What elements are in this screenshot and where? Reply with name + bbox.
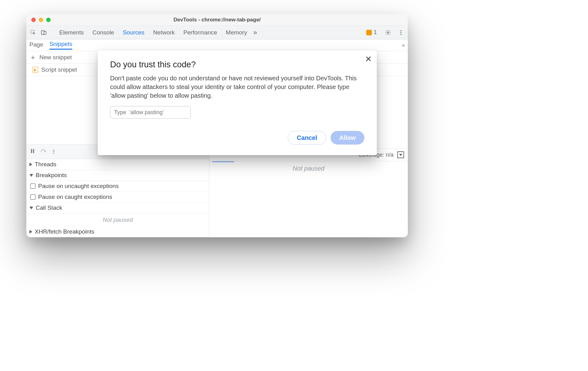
scope-not-paused-label: Not paused (293, 165, 324, 237)
devtools-main-toolbar: Elements Console Sources Network Perform… (26, 26, 408, 39)
trust-code-dialog: ✕ Do you trust this code? Don't paste co… (98, 51, 377, 155)
debugger-panel: Threads Breakpoints Pause on uncaught ex… (26, 159, 209, 237)
window-minimize-button[interactable] (39, 18, 43, 22)
pane-active-indicator (212, 161, 234, 162)
section-xhr-breakpoints[interactable]: XHR/fetch Breakpoints (26, 226, 209, 237)
snippet-file-label: Script snippet (41, 66, 77, 73)
bp-caught-label: Pause on caught exceptions (38, 194, 112, 200)
inspect-element-icon[interactable] (29, 28, 38, 37)
bp-uncaught-label: Pause on uncaught exceptions (38, 183, 119, 190)
svg-point-6 (400, 34, 401, 35)
section-callstack[interactable]: Call Stack (26, 203, 209, 213)
issues-counter[interactable]: 1 (366, 29, 377, 36)
svg-point-10 (53, 153, 54, 154)
checkbox-caught[interactable] (30, 194, 36, 200)
new-snippet-label: New snippet (39, 54, 72, 61)
sources-navigator-tabs: Page Snippets » (26, 39, 408, 51)
triangle-right-icon (29, 163, 32, 166)
svg-point-5 (400, 32, 401, 33)
section-threads[interactable]: Threads (26, 159, 209, 170)
sources-tabs-overflow-icon[interactable]: » (402, 42, 405, 48)
triangle-down-icon (29, 207, 33, 209)
breakpoints-label: Breakpoints (36, 172, 67, 179)
devtools-panel-tabs: Elements Console Sources Network Perform… (59, 29, 247, 36)
threads-label: Threads (35, 161, 56, 168)
section-breakpoints[interactable]: Breakpoints (26, 170, 209, 181)
step-into-icon[interactable] (51, 148, 57, 155)
issues-count: 1 (374, 29, 377, 36)
bp-caught-row[interactable]: Pause on caught exceptions (26, 192, 209, 203)
more-tabs-chevron-icon[interactable]: » (253, 29, 257, 37)
window-titlebar: DevTools - chrome://new-tab-page/ (26, 14, 408, 26)
svg-rect-8 (33, 149, 34, 153)
svg-rect-7 (31, 149, 32, 153)
svg-rect-2 (44, 31, 46, 34)
checkbox-uncaught[interactable] (30, 183, 36, 189)
step-over-icon[interactable] (40, 148, 46, 155)
svg-point-9 (45, 151, 46, 152)
dialog-body: Don't paste code you do not understand o… (110, 74, 364, 100)
scope-pane: Not paused (209, 161, 408, 237)
allow-pasting-input[interactable] (110, 106, 191, 118)
plus-icon: ＋ (29, 53, 36, 62)
window-close-button[interactable] (31, 18, 36, 22)
window-title: DevTools - chrome://new-tab-page/ (26, 17, 408, 23)
pause-resume-icon[interactable] (29, 148, 36, 155)
snippet-file-icon (33, 67, 38, 73)
tab-sources[interactable]: Sources (123, 29, 145, 36)
dialog-close-icon[interactable]: ✕ (365, 54, 372, 64)
issues-icon (366, 30, 372, 35)
tab-memory[interactable]: Memory (226, 29, 247, 36)
callstack-label: Call Stack (36, 204, 62, 211)
settings-gear-icon[interactable] (384, 28, 392, 37)
sources-tab-snippets[interactable]: Snippets (49, 41, 72, 50)
collapse-box-icon[interactable] (397, 151, 404, 158)
tab-elements[interactable]: Elements (59, 29, 84, 36)
bp-uncaught-row[interactable]: Pause on uncaught exceptions (26, 181, 209, 192)
xhr-breakpoints-label: XHR/fetch Breakpoints (35, 228, 94, 235)
window-traffic-lights (26, 18, 51, 22)
tab-console[interactable]: Console (92, 29, 114, 36)
callstack-not-paused: Not paused (26, 213, 209, 226)
svg-point-3 (387, 32, 389, 33)
triangle-right-icon (29, 230, 32, 234)
allow-button[interactable]: Allow (331, 131, 364, 145)
triangle-down-icon (29, 174, 33, 177)
tab-network[interactable]: Network (153, 29, 175, 36)
dialog-title: Do you trust this code? (110, 60, 364, 69)
devtools-window: DevTools - chrome://new-tab-page/ Elemen… (26, 14, 408, 237)
kebab-menu-icon[interactable] (397, 28, 405, 37)
tab-performance[interactable]: Performance (183, 29, 217, 36)
window-zoom-button[interactable] (46, 18, 51, 22)
svg-point-4 (400, 30, 401, 31)
cancel-button[interactable]: Cancel (288, 131, 326, 145)
sources-tab-page[interactable]: Page (29, 41, 43, 49)
device-toolbar-icon[interactable] (39, 28, 48, 37)
